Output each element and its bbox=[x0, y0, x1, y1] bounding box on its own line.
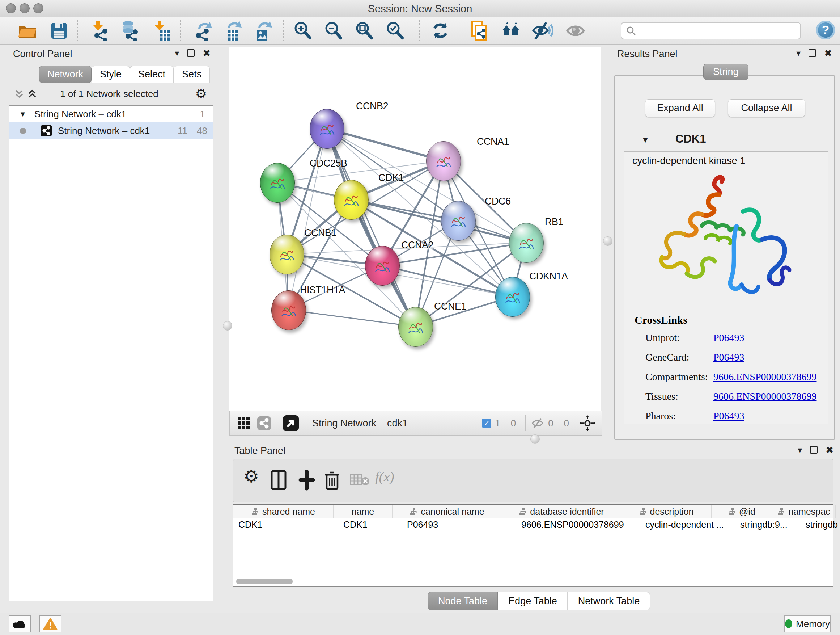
bottom-splitter-handle[interactable] bbox=[531, 434, 540, 444]
search-input[interactable] bbox=[621, 22, 801, 40]
network-view-icon[interactable] bbox=[257, 416, 271, 430]
add-row-icon[interactable] bbox=[298, 470, 316, 491]
import-network-icon[interactable] bbox=[89, 20, 110, 41]
open-session-doc-icon[interactable] bbox=[469, 20, 490, 41]
open-file-icon[interactable] bbox=[17, 20, 38, 41]
export-table-icon[interactable] bbox=[223, 20, 244, 41]
table-cell[interactable]: CDK1 bbox=[338, 518, 402, 531]
node-CCNA1[interactable] bbox=[426, 141, 461, 181]
table-cell[interactable]: stringdb bbox=[801, 518, 840, 531]
import-table-icon[interactable] bbox=[150, 20, 172, 41]
network-row[interactable]: String Network – cdk1 11 48 bbox=[9, 122, 213, 139]
hide-panels-icon[interactable] bbox=[532, 20, 553, 41]
crosslink-link[interactable]: P06493 bbox=[714, 332, 745, 344]
node-CDKN1A[interactable] bbox=[495, 277, 530, 317]
export-network-icon[interactable] bbox=[193, 20, 214, 41]
network-canvas[interactable]: CCNB2CCNA1CDC25BCDK1CDC6RB1CCNB1CCNA2CDK… bbox=[229, 47, 601, 411]
crosslink-link[interactable]: P06493 bbox=[714, 352, 745, 363]
column-header-name[interactable]: name bbox=[333, 505, 393, 518]
tab-string[interactable]: String bbox=[703, 64, 748, 80]
network-collection-row[interactable]: ▼ String Network – cdk1 1 bbox=[9, 106, 213, 122]
crosslink-link[interactable]: 9606.ENSP00000378699 bbox=[714, 371, 816, 383]
panel-menu-icon[interactable]: ▾ bbox=[175, 50, 179, 57]
zoom-selected-icon[interactable] bbox=[385, 20, 406, 41]
refresh-icon[interactable] bbox=[430, 20, 451, 41]
tab-select[interactable]: Select bbox=[130, 66, 174, 83]
node-CCNB1[interactable] bbox=[270, 234, 304, 274]
node-CCNB2[interactable] bbox=[309, 109, 344, 149]
birdseye-view-icon[interactable] bbox=[283, 415, 299, 431]
node-CCNE1[interactable] bbox=[398, 307, 433, 347]
collection-expand-icon[interactable]: ▼ bbox=[19, 110, 27, 119]
crosslink-link[interactable]: 9606.ENSP00000378699 bbox=[714, 391, 816, 402]
memory-status-dot-icon bbox=[785, 619, 792, 628]
export-image-icon[interactable] bbox=[253, 20, 273, 41]
help-icon[interactable]: ? bbox=[816, 21, 835, 40]
collection-count: 1 bbox=[200, 109, 205, 120]
crosslink-link[interactable]: P06493 bbox=[714, 410, 745, 422]
column-header-shared-name[interactable]: shared name bbox=[233, 505, 333, 518]
zoom-in-icon[interactable] bbox=[292, 20, 313, 41]
float-panel-icon[interactable] bbox=[187, 49, 195, 57]
close-panel-icon[interactable]: ✖ bbox=[826, 447, 834, 454]
column-header-description[interactable]: description bbox=[622, 505, 712, 518]
node-CCNA2[interactable] bbox=[365, 246, 400, 286]
table-cell[interactable]: P06493 bbox=[402, 518, 516, 531]
float-panel-icon[interactable] bbox=[810, 446, 818, 454]
table-cell[interactable]: 9606.ENSP00000378699 bbox=[516, 518, 640, 531]
tab-sets[interactable]: Sets bbox=[174, 66, 210, 83]
table-cell[interactable]: cyclin-dependent ... bbox=[640, 518, 735, 531]
left-splitter-handle[interactable] bbox=[223, 321, 232, 331]
memory-button[interactable]: Memory bbox=[784, 615, 831, 632]
horizontal-scrollbar-thumb[interactable] bbox=[236, 578, 293, 584]
column-header-canonical-name[interactable]: canonical name bbox=[393, 505, 502, 518]
gene-card-header[interactable]: ▼ CDK1 bbox=[621, 129, 831, 150]
node-HIST1H1A[interactable] bbox=[271, 290, 306, 330]
node-CDK1[interactable] bbox=[334, 180, 369, 220]
expand-all-button[interactable]: Expand All bbox=[645, 99, 715, 117]
string-home-icon[interactable] bbox=[501, 20, 522, 41]
node-CDC25B[interactable] bbox=[260, 163, 295, 203]
tab-network-table[interactable]: Network Table bbox=[568, 592, 651, 610]
panel-menu-icon[interactable]: ▾ bbox=[798, 447, 802, 454]
node-CDC6[interactable] bbox=[441, 201, 476, 241]
zoom-out-icon[interactable] bbox=[323, 20, 344, 41]
warnings-button[interactable] bbox=[39, 615, 62, 632]
network-options-gear-icon[interactable]: ⚙ bbox=[195, 86, 207, 101]
import-database-icon[interactable] bbox=[118, 20, 140, 41]
node-RB1[interactable] bbox=[509, 223, 544, 263]
insert-column-icon[interactable] bbox=[270, 470, 287, 491]
table-cell[interactable]: stringdb:9... bbox=[735, 518, 801, 531]
table-panel: Table Panel ▾ ✖ ⚙ f(x) shared namenameca… bbox=[229, 442, 836, 613]
close-panel-icon[interactable]: ✖ bbox=[824, 50, 832, 57]
tab-style[interactable]: Style bbox=[92, 66, 130, 83]
panel-menu-icon[interactable]: ▾ bbox=[796, 50, 801, 57]
crosslink-label: Tissues: bbox=[645, 391, 678, 402]
table-row[interactable]: CDK1CDK1P064939606.ENSP00000378699cyclin… bbox=[233, 518, 833, 531]
tab-edge-table[interactable]: Edge Table bbox=[498, 592, 568, 610]
show-eye-icon[interactable] bbox=[565, 20, 586, 41]
delete-trash-icon[interactable] bbox=[324, 470, 340, 491]
selected-checkbox-icon[interactable]: ✓ bbox=[482, 418, 491, 428]
fit-selected-crosshair-icon[interactable] bbox=[579, 415, 596, 432]
right-splitter-handle[interactable] bbox=[603, 236, 613, 246]
node-label-CCNA2: CCNA2 bbox=[401, 240, 433, 251]
column-header-@id[interactable]: @id bbox=[712, 505, 772, 518]
collapse-all-button[interactable]: Collapse All bbox=[728, 99, 805, 117]
column-header-database-identifier[interactable]: database identifier bbox=[502, 505, 622, 518]
save-session-icon[interactable] bbox=[49, 20, 69, 41]
tab-network[interactable]: Network bbox=[39, 66, 92, 83]
edge-CCNB2-HIST1H1A[interactable] bbox=[288, 128, 327, 310]
tab-node-table[interactable]: Node Table bbox=[428, 592, 498, 610]
column-header-namespac[interactable]: namespac bbox=[772, 505, 836, 518]
close-panel-icon[interactable]: ✖ bbox=[202, 50, 210, 57]
cloud-status-button[interactable] bbox=[9, 615, 31, 632]
toolbar-separator bbox=[180, 20, 181, 41]
zoom-fit-icon[interactable] bbox=[354, 20, 375, 41]
collapse-gene-icon[interactable]: ▼ bbox=[641, 135, 650, 145]
float-panel-icon[interactable] bbox=[808, 49, 816, 57]
grid-view-icon[interactable] bbox=[237, 416, 251, 430]
table-options-gear-icon[interactable]: ⚙ bbox=[243, 466, 259, 486]
edge-HIST1H1A-CCNE1[interactable] bbox=[288, 310, 415, 326]
table-cell[interactable]: CDK1 bbox=[233, 518, 338, 531]
